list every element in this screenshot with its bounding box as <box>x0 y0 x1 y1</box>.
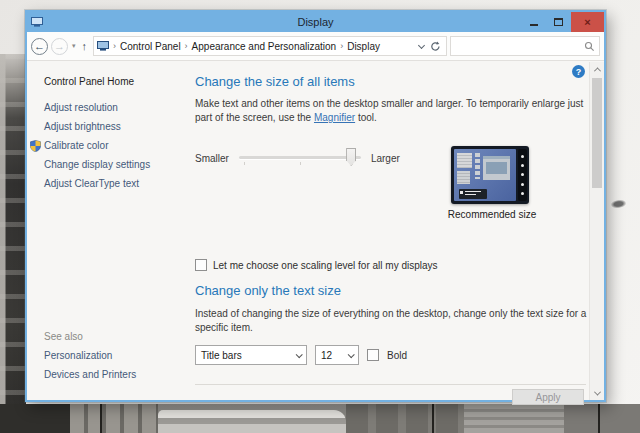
wallpaper-building <box>70 404 158 433</box>
slider-min-label: Smaller <box>195 153 229 164</box>
refresh-icon[interactable] <box>430 41 441 52</box>
preview-button-dot <box>521 164 524 167</box>
preview-dialog-shape <box>459 189 487 199</box>
preview-window-shape <box>457 153 472 168</box>
preview-caption: Recommended size <box>433 209 551 220</box>
preview-window-shape <box>483 156 510 180</box>
apply-button[interactable]: Apply <box>512 389 584 405</box>
close-icon: × <box>584 16 590 28</box>
preview-button-dot <box>521 155 524 158</box>
scaling-checkbox[interactable] <box>195 259 207 271</box>
scroll-down-button[interactable] <box>590 386 605 400</box>
recent-pages-button[interactable]: ▾ <box>71 42 77 50</box>
sidebar-item-adjust-brightness[interactable]: Adjust brightness <box>44 121 195 132</box>
wallpaper-street-scene <box>0 404 640 433</box>
wallpaper-building <box>346 404 464 433</box>
item-dropdown[interactable]: Title bars <box>195 345 307 365</box>
size-slider[interactable] <box>239 148 361 168</box>
breadcrumb-appearance[interactable]: Appearance and Personalization <box>192 41 337 52</box>
scroll-up-button[interactable] <box>590 62 605 76</box>
minimize-icon <box>530 24 538 26</box>
minimize-button[interactable] <box>521 12 546 32</box>
sidebar-item-home[interactable]: Control Panel Home <box>44 76 195 87</box>
preview-window-inner <box>486 162 507 174</box>
description-text: tool. <box>355 112 377 123</box>
navigation-bar: ← → ▾ ↑ › Control Panel › Appearance and… <box>27 32 604 61</box>
forward-button[interactable]: → <box>51 38 68 55</box>
search-input[interactable] <box>455 41 584 52</box>
close-button[interactable]: × <box>571 12 604 32</box>
item-dropdown-value: Title bars <box>201 350 242 361</box>
section-heading-size: Change the size of all items <box>195 74 355 89</box>
bold-checkbox[interactable] <box>367 349 379 361</box>
size-section-description: Make text and other items on the desktop… <box>195 97 597 125</box>
maximize-button[interactable] <box>546 12 571 32</box>
slider-max-label: Larger <box>371 153 400 164</box>
preview-button-dot <box>521 173 524 176</box>
forward-icon: → <box>54 41 65 52</box>
slider-tick <box>244 162 245 165</box>
scaling-checkbox-label: Let me choose one scaling level for all … <box>213 260 438 271</box>
display-preview-image <box>451 146 529 204</box>
sidebar-item-adjust-resolution[interactable]: Adjust resolution <box>44 102 195 113</box>
sidebar-item-calibrate-color[interactable]: Calibrate color <box>44 140 195 151</box>
bold-checkbox-label: Bold <box>387 350 407 361</box>
description-text: Make text and other items on the desktop… <box>195 98 583 123</box>
window-title: Display <box>27 16 604 28</box>
sidebar-item-change-display-settings[interactable]: Change display settings <box>44 159 195 170</box>
size-slider-row: Smaller Larger <box>195 148 400 168</box>
main-panel: Change the size of all items Make text a… <box>195 62 589 400</box>
breadcrumb-control-panel[interactable]: Control Panel <box>120 41 181 52</box>
wallpaper-bus <box>158 410 346 433</box>
preview-dialog-detail <box>465 194 476 195</box>
search-icon[interactable] <box>584 41 595 52</box>
wallpaper-building <box>0 404 70 433</box>
slider-track[interactable] <box>239 156 361 159</box>
breadcrumb-display[interactable]: Display <box>347 41 380 52</box>
wallpaper-building <box>564 404 640 433</box>
chevron-down-icon <box>296 351 303 358</box>
size-dropdown-value: 12 <box>321 350 332 361</box>
wallpaper-pole <box>598 404 600 433</box>
back-icon: ← <box>34 41 45 52</box>
chevron-down-icon <box>594 388 601 395</box>
wallpaper-left-building <box>0 54 26 433</box>
up-button[interactable]: ↑ <box>80 40 91 52</box>
preview-button-dot <box>521 192 524 195</box>
see-also-section: See also Personalization Devices and Pri… <box>44 331 195 388</box>
scrollbar-thumb[interactable] <box>592 78 602 188</box>
apply-button-label: Apply <box>535 392 560 403</box>
address-dropdown-icon[interactable] <box>418 41 425 48</box>
address-bar[interactable]: › Control Panel › Appearance and Persona… <box>93 36 447 56</box>
sidebar-item-adjust-cleartype[interactable]: Adjust ClearType text <box>44 178 195 189</box>
breadcrumb-separator: › <box>184 41 189 51</box>
caption-buttons: × <box>521 12 604 32</box>
uac-shield-icon <box>30 140 41 154</box>
wallpaper-building <box>464 404 564 433</box>
maximize-icon <box>554 18 563 26</box>
section-heading-text-size: Change only the text size <box>195 283 341 298</box>
preview-screen <box>454 149 516 201</box>
preview-button-dot <box>521 183 524 186</box>
magnifier-link[interactable]: Magnifier <box>314 112 355 123</box>
preview-icon-column <box>475 153 480 179</box>
chevron-up-icon <box>594 67 601 74</box>
back-button[interactable]: ← <box>31 38 48 55</box>
bottom-divider <box>195 384 586 385</box>
sidebar-item-personalization[interactable]: Personalization <box>44 350 195 361</box>
chevron-down-icon <box>348 351 355 358</box>
preview-window-shape <box>457 171 470 184</box>
titlebar[interactable]: Display × <box>27 12 604 32</box>
preview-dialog-detail <box>465 191 481 192</box>
sidebar: Control Panel Home Adjust resolution Adj… <box>27 62 195 400</box>
size-dropdown[interactable]: 12 <box>315 345 359 365</box>
slider-thumb[interactable] <box>346 148 356 166</box>
sidebar-item-devices-printers[interactable]: Devices and Printers <box>44 369 195 380</box>
display-window: Display × ← → ▾ ↑ › Control Panel › Appe… <box>25 10 606 402</box>
scaling-checkbox-row: Let me choose one scaling level for all … <box>195 259 438 271</box>
vertical-scrollbar[interactable] <box>589 62 604 400</box>
help-button[interactable]: ? <box>572 65 585 78</box>
see-also-label: See also <box>44 331 195 342</box>
preview-dialog-detail <box>460 191 463 194</box>
slider-tick <box>300 162 301 165</box>
